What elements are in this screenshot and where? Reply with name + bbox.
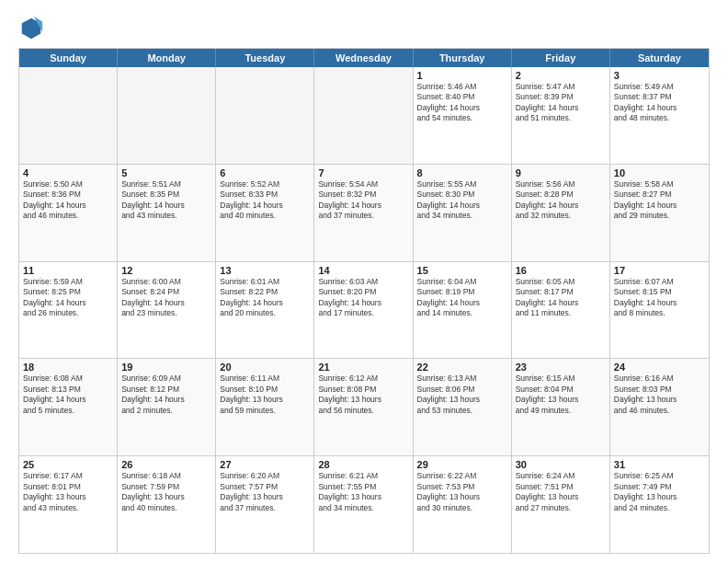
day-info: Sunrise: 5:56 AM Sunset: 8:28 PM Dayligh… bbox=[516, 179, 606, 222]
day-number: 31 bbox=[614, 459, 705, 470]
day-info: Sunrise: 6:15 AM Sunset: 8:04 PM Dayligh… bbox=[516, 373, 606, 416]
day-number: 19 bbox=[121, 362, 211, 373]
day-number: 13 bbox=[220, 265, 310, 276]
cal-cell-26: 26Sunrise: 6:18 AM Sunset: 7:59 PM Dayli… bbox=[118, 456, 216, 553]
day-info: Sunrise: 6:17 AM Sunset: 8:01 PM Dayligh… bbox=[23, 471, 113, 513]
day-info: Sunrise: 6:05 AM Sunset: 8:17 PM Dayligh… bbox=[516, 277, 606, 319]
day-info: Sunrise: 5:51 AM Sunset: 8:35 PM Dayligh… bbox=[121, 179, 211, 222]
day-info: Sunrise: 6:07 AM Sunset: 8:15 PM Dayligh… bbox=[614, 277, 705, 319]
header-day-saturday: Saturday bbox=[610, 49, 709, 67]
cal-cell-28: 28Sunrise: 6:21 AM Sunset: 7:55 PM Dayli… bbox=[314, 456, 413, 553]
cal-cell-16: 16Sunrise: 6:05 AM Sunset: 8:17 PM Dayli… bbox=[512, 262, 610, 359]
day-number: 5 bbox=[121, 167, 211, 178]
day-info: Sunrise: 6:24 AM Sunset: 7:51 PM Dayligh… bbox=[516, 471, 606, 513]
cal-cell-17: 17Sunrise: 6:07 AM Sunset: 8:15 PM Dayli… bbox=[610, 262, 709, 359]
day-info: Sunrise: 5:54 AM Sunset: 8:32 PM Dayligh… bbox=[318, 179, 408, 222]
cal-cell-8: 8Sunrise: 5:55 AM Sunset: 8:30 PM Daylig… bbox=[414, 165, 512, 261]
cal-cell-2: 2Sunrise: 5:47 AM Sunset: 8:39 PM Daylig… bbox=[512, 67, 610, 164]
logo-icon bbox=[18, 15, 44, 40]
day-info: Sunrise: 6:11 AM Sunset: 8:10 PM Dayligh… bbox=[220, 373, 310, 416]
day-info: Sunrise: 5:46 AM Sunset: 8:40 PM Dayligh… bbox=[417, 82, 507, 124]
cal-cell-11: 11Sunrise: 5:59 AM Sunset: 8:25 PM Dayli… bbox=[19, 262, 118, 359]
cal-cell-10: 10Sunrise: 5:58 AM Sunset: 8:27 PM Dayli… bbox=[610, 165, 709, 261]
cal-cell-empty-0-3 bbox=[314, 67, 413, 164]
day-info: Sunrise: 6:04 AM Sunset: 8:19 PM Dayligh… bbox=[417, 277, 507, 319]
day-number: 9 bbox=[516, 167, 606, 178]
day-info: Sunrise: 6:16 AM Sunset: 8:03 PM Dayligh… bbox=[614, 373, 705, 416]
day-info: Sunrise: 5:59 AM Sunset: 8:25 PM Dayligh… bbox=[23, 277, 113, 319]
cal-cell-18: 18Sunrise: 6:08 AM Sunset: 8:13 PM Dayli… bbox=[19, 359, 118, 455]
cal-cell-1: 1Sunrise: 5:46 AM Sunset: 8:40 PM Daylig… bbox=[414, 67, 512, 164]
day-number: 2 bbox=[516, 70, 606, 81]
header-day-sunday: Sunday bbox=[19, 49, 118, 67]
day-info: Sunrise: 6:21 AM Sunset: 7:55 PM Dayligh… bbox=[318, 471, 408, 513]
day-number: 12 bbox=[121, 265, 211, 276]
cal-cell-5: 5Sunrise: 5:51 AM Sunset: 8:35 PM Daylig… bbox=[118, 165, 216, 261]
day-info: Sunrise: 5:47 AM Sunset: 8:39 PM Dayligh… bbox=[516, 82, 606, 124]
day-number: 11 bbox=[23, 265, 113, 276]
cal-cell-7: 7Sunrise: 5:54 AM Sunset: 8:32 PM Daylig… bbox=[314, 165, 413, 261]
cal-cell-empty-0-1 bbox=[118, 67, 216, 164]
day-info: Sunrise: 5:55 AM Sunset: 8:30 PM Dayligh… bbox=[417, 179, 507, 222]
calendar-row-2: 11Sunrise: 5:59 AM Sunset: 8:25 PM Dayli… bbox=[19, 261, 709, 359]
cal-cell-22: 22Sunrise: 6:13 AM Sunset: 8:06 PM Dayli… bbox=[414, 359, 512, 455]
day-number: 14 bbox=[318, 265, 408, 276]
cal-cell-19: 19Sunrise: 6:09 AM Sunset: 8:12 PM Dayli… bbox=[118, 359, 216, 455]
day-info: Sunrise: 6:03 AM Sunset: 8:20 PM Dayligh… bbox=[318, 277, 408, 319]
day-info: Sunrise: 6:13 AM Sunset: 8:06 PM Dayligh… bbox=[417, 373, 507, 416]
cal-cell-29: 29Sunrise: 6:22 AM Sunset: 7:53 PM Dayli… bbox=[414, 456, 512, 553]
day-number: 8 bbox=[417, 167, 507, 178]
day-number: 6 bbox=[220, 167, 310, 178]
cal-cell-14: 14Sunrise: 6:03 AM Sunset: 8:20 PM Dayli… bbox=[314, 262, 413, 359]
header-day-tuesday: Tuesday bbox=[216, 49, 314, 67]
header-day-friday: Friday bbox=[512, 49, 610, 67]
day-info: Sunrise: 5:50 AM Sunset: 8:36 PM Dayligh… bbox=[23, 179, 113, 222]
cal-cell-3: 3Sunrise: 5:49 AM Sunset: 8:37 PM Daylig… bbox=[610, 67, 709, 164]
cal-cell-empty-0-0 bbox=[19, 67, 118, 164]
day-number: 3 bbox=[614, 70, 705, 81]
day-number: 30 bbox=[516, 459, 606, 470]
cal-cell-empty-0-2 bbox=[216, 67, 314, 164]
day-number: 10 bbox=[614, 167, 705, 178]
day-number: 25 bbox=[23, 459, 113, 470]
logo bbox=[18, 15, 48, 40]
header-day-thursday: Thursday bbox=[414, 49, 512, 67]
day-info: Sunrise: 6:25 AM Sunset: 7:49 PM Dayligh… bbox=[614, 471, 705, 513]
day-info: Sunrise: 6:00 AM Sunset: 8:24 PM Dayligh… bbox=[121, 277, 211, 319]
day-number: 18 bbox=[23, 362, 113, 373]
day-info: Sunrise: 6:18 AM Sunset: 7:59 PM Dayligh… bbox=[121, 471, 211, 513]
calendar-body: 1Sunrise: 5:46 AM Sunset: 8:40 PM Daylig… bbox=[19, 67, 709, 553]
day-number: 28 bbox=[318, 459, 408, 470]
cal-cell-4: 4Sunrise: 5:50 AM Sunset: 8:36 PM Daylig… bbox=[19, 165, 118, 261]
cal-cell-25: 25Sunrise: 6:17 AM Sunset: 8:01 PM Dayli… bbox=[19, 456, 118, 553]
cal-cell-31: 31Sunrise: 6:25 AM Sunset: 7:49 PM Dayli… bbox=[610, 456, 709, 553]
day-info: Sunrise: 5:52 AM Sunset: 8:33 PM Dayligh… bbox=[220, 179, 310, 222]
day-info: Sunrise: 6:09 AM Sunset: 8:12 PM Dayligh… bbox=[121, 373, 211, 416]
calendar-row-1: 4Sunrise: 5:50 AM Sunset: 8:36 PM Daylig… bbox=[19, 164, 709, 261]
calendar-row-3: 18Sunrise: 6:08 AM Sunset: 8:13 PM Dayli… bbox=[19, 358, 709, 455]
day-number: 17 bbox=[614, 265, 705, 276]
header bbox=[18, 15, 710, 40]
cal-cell-21: 21Sunrise: 6:12 AM Sunset: 8:08 PM Dayli… bbox=[314, 359, 413, 455]
calendar-row-4: 25Sunrise: 6:17 AM Sunset: 8:01 PM Dayli… bbox=[19, 455, 709, 553]
page: SundayMondayTuesdayWednesdayThursdayFrid… bbox=[0, 0, 728, 563]
day-number: 23 bbox=[516, 362, 606, 373]
day-number: 1 bbox=[417, 70, 507, 81]
day-number: 22 bbox=[417, 362, 507, 373]
day-number: 15 bbox=[417, 265, 507, 276]
header-day-wednesday: Wednesday bbox=[314, 49, 413, 67]
day-info: Sunrise: 6:12 AM Sunset: 8:08 PM Dayligh… bbox=[318, 373, 408, 416]
cal-cell-20: 20Sunrise: 6:11 AM Sunset: 8:10 PM Dayli… bbox=[216, 359, 314, 455]
calendar: SundayMondayTuesdayWednesdayThursdayFrid… bbox=[18, 48, 710, 554]
cal-cell-9: 9Sunrise: 5:56 AM Sunset: 8:28 PM Daylig… bbox=[512, 165, 610, 261]
cal-cell-12: 12Sunrise: 6:00 AM Sunset: 8:24 PM Dayli… bbox=[118, 262, 216, 359]
day-number: 20 bbox=[220, 362, 310, 373]
day-info: Sunrise: 6:01 AM Sunset: 8:22 PM Dayligh… bbox=[220, 277, 310, 319]
day-info: Sunrise: 6:20 AM Sunset: 7:57 PM Dayligh… bbox=[220, 471, 310, 513]
day-number: 4 bbox=[23, 167, 113, 178]
cal-cell-27: 27Sunrise: 6:20 AM Sunset: 7:57 PM Dayli… bbox=[216, 456, 314, 553]
day-info: Sunrise: 5:49 AM Sunset: 8:37 PM Dayligh… bbox=[614, 82, 705, 124]
day-number: 7 bbox=[318, 167, 408, 178]
day-number: 24 bbox=[614, 362, 705, 373]
day-info: Sunrise: 6:08 AM Sunset: 8:13 PM Dayligh… bbox=[23, 373, 113, 416]
